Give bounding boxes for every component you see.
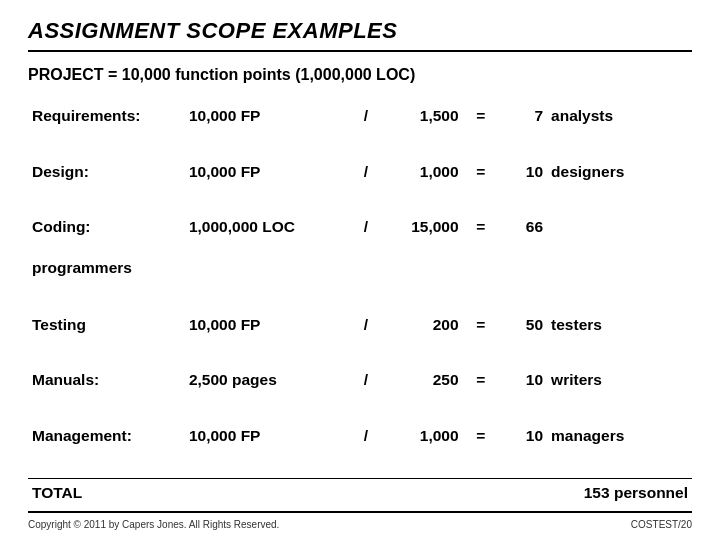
table-row: Manuals:2,500 pages/250=10writers (28, 366, 692, 422)
row-count: 7 (499, 102, 547, 158)
row-num: 15,000 (378, 213, 463, 259)
row-unit: analysts (547, 102, 692, 158)
row-label: Testing (28, 311, 185, 367)
table-row: Coding:1,000,000 LOC/15,000=66 (28, 213, 692, 259)
row-label: Requirements: (28, 102, 185, 158)
row-label: Manuals: (28, 366, 185, 422)
row-eq: = (463, 158, 499, 214)
row-num: 1,500 (378, 102, 463, 158)
row-eq: = (463, 102, 499, 158)
row-slash: / (354, 102, 378, 158)
row-eq: = (463, 311, 499, 367)
row-label: Design: (28, 158, 185, 214)
row-label: Coding: (28, 213, 185, 259)
row-label: Management: (28, 422, 185, 479)
row-count: 10 (499, 158, 547, 214)
row-eq: = (463, 366, 499, 422)
row-eq: = (463, 213, 499, 259)
total-value: 153 personnel (547, 479, 692, 508)
table-row: Management:10,000 FP/1,000=10managers (28, 422, 692, 479)
page-title: ASSIGNMENT SCOPE EXAMPLES (28, 18, 692, 44)
row-num: 1,000 (378, 158, 463, 214)
table-row: programmers (28, 259, 692, 311)
row-slash: / (354, 213, 378, 259)
footer-copyright: Copyright © 2011 by Capers Jones. All Ri… (28, 519, 279, 530)
row-slash: / (354, 158, 378, 214)
row-value: 1,000,000 LOC (185, 213, 354, 259)
footer: Copyright © 2011 by Capers Jones. All Ri… (28, 519, 692, 530)
footer-code: COSTEST/20 (631, 519, 692, 530)
row-value: 10,000 FP (185, 102, 354, 158)
row-value: 2,500 pages (185, 366, 354, 422)
row-num: 250 (378, 366, 463, 422)
table-row: Requirements:10,000 FP/1,500=7analysts (28, 102, 692, 158)
row-num: 200 (378, 311, 463, 367)
row-value: 10,000 FP (185, 158, 354, 214)
table-row: Design:10,000 FP/1,000=10designers (28, 158, 692, 214)
row-slash: / (354, 366, 378, 422)
total-label: TOTAL (28, 479, 185, 508)
page: ASSIGNMENT SCOPE EXAMPLES PROJECT = 10,0… (0, 0, 720, 540)
bottom-divider (28, 511, 692, 513)
row-value: 10,000 FP (185, 422, 354, 479)
row-unit: testers (547, 311, 692, 367)
row-unit: designers (547, 158, 692, 214)
row-count: 10 (499, 422, 547, 479)
title-divider (28, 50, 692, 52)
row-num: 1,000 (378, 422, 463, 479)
row-unit: writers (547, 366, 692, 422)
table-row: Testing10,000 FP/200=50testers (28, 311, 692, 367)
row-value: 10,000 FP (185, 311, 354, 367)
row-count: 50 (499, 311, 547, 367)
row-unit (547, 213, 692, 259)
row-count: 10 (499, 366, 547, 422)
total-row: TOTAL 153 personnel (28, 479, 692, 508)
row-unit: managers (547, 422, 692, 479)
programmers-label: programmers (28, 259, 692, 311)
scope-table: Requirements:10,000 FP/1,500=7analystsDe… (28, 102, 692, 507)
row-slash: / (354, 422, 378, 479)
subtitle: PROJECT = 10,000 function points (1,000,… (28, 66, 692, 84)
row-slash: / (354, 311, 378, 367)
row-eq: = (463, 422, 499, 479)
row-count: 66 (499, 213, 547, 259)
